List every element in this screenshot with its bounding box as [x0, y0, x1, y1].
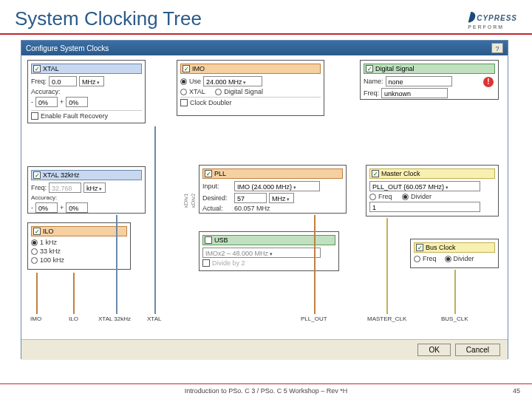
ilo-100k-label: 100 kHz: [40, 256, 64, 264]
xtal-title: XTAL: [43, 65, 59, 72]
xtal-enable-checkbox[interactable]: [33, 65, 41, 72]
master-div-radio[interactable]: [402, 194, 409, 200]
line: [36, 273, 38, 314]
dsi-name-input[interactable]: none: [386, 76, 452, 86]
ilo-33k-radio[interactable]: [31, 248, 38, 255]
footer: Introduction to PSo. C 3 / PSo. C 5 Work…: [0, 383, 532, 395]
help-button[interactable]: ?: [491, 43, 503, 53]
page-number: 45: [502, 387, 532, 395]
imo-dsi-label: Digital Signal: [224, 88, 263, 95]
line: [116, 215, 117, 314]
ilo-enable-checkbox[interactable]: [33, 228, 41, 235]
xtal32-title: XTAL 32kHz: [43, 171, 80, 179]
dsi-name-label: Name:: [364, 78, 383, 85]
panel-bus: Bus Clock Freq Divider: [410, 239, 499, 268]
bus-div-radio[interactable]: [445, 256, 451, 262]
xtal-freq-label: Freq:: [31, 78, 47, 85]
line: [73, 273, 75, 314]
usb-source-select[interactable]: IMOx2 – 48.000 MHz: [202, 248, 321, 258]
bus-title: Bus Clock: [426, 244, 456, 251]
pll-actual-label: Actual:: [202, 205, 232, 212]
out-x32: XTAL 32kHz: [98, 316, 131, 322]
bus-div-label: Divider: [454, 255, 474, 262]
panel-usb: USB IMOx2 – 48.000 MHz Divide by 2: [199, 231, 339, 271]
imo-use-radio[interactable]: [180, 78, 187, 85]
bus-freq-label: Freq: [423, 255, 437, 262]
window-title: Configure System Clocks: [26, 44, 109, 52]
ilo-1k-radio[interactable]: [31, 239, 38, 246]
bus-enable-checkbox[interactable]: [416, 244, 423, 251]
panel-xtal32: XTAL 32kHz Freq:32.768kHz Accuracy: -0%+…: [27, 166, 146, 214]
line: [454, 270, 456, 314]
pll-desired-label: Desired:: [202, 194, 232, 202]
xtal-acc-minus[interactable]: 0%: [35, 97, 58, 107]
xtal-acc-plus[interactable]: 0%: [66, 97, 88, 107]
bus-freq-radio[interactable]: [414, 256, 420, 262]
master-enable-checkbox[interactable]: [372, 170, 379, 177]
master-title: Master Clock: [381, 170, 420, 177]
master-freq-label: Freq: [378, 193, 392, 200]
imo-use-label: Use: [189, 78, 201, 85]
page-title: System Clocking Tree: [15, 7, 202, 30]
out-master: MASTER_CLK: [367, 316, 406, 322]
titlebar: Configure System Clocks ?: [21, 41, 508, 55]
footer-text: Introduction to PSo. C 3 / PSo. C 5 Work…: [30, 387, 502, 395]
panel-ilo: ILO 1 kHz 33 kHz 100 kHz: [27, 222, 131, 270]
usb-enable-checkbox[interactable]: [205, 236, 212, 244]
imo-freq-select[interactable]: 24.000 MHz: [203, 76, 262, 86]
pll-title: PLL: [214, 170, 226, 177]
dsi-enable-checkbox[interactable]: [366, 65, 373, 72]
xtal32-freq-unit[interactable]: kHz: [83, 183, 106, 193]
alert-icon: !: [483, 77, 494, 87]
usb-div2-label: Divide by 2: [212, 259, 245, 267]
panel-dsi: ! Digital Signal Name:none Freq:unknown: [360, 60, 499, 100]
pll-desired-unit[interactable]: MHz: [269, 193, 294, 203]
ilo-100k-radio[interactable]: [31, 257, 38, 264]
pll-input-label: Input:: [202, 183, 232, 190]
master-div-label: Divider: [411, 193, 432, 200]
canvas: XTAL Freq:0.0MHz Accuracy: -0%+0% Enable…: [21, 55, 508, 339]
imo-xtal-radio[interactable]: [180, 89, 187, 95]
xtal32-freq-input[interactable]: 32.768: [49, 183, 81, 193]
panel-xtal: XTAL Freq:0.0MHz Accuracy: -0%+0% Enable…: [27, 60, 146, 123]
fault-recovery-checkbox[interactable]: [31, 112, 38, 120]
panel-pll: PLL Input:IMO (24.000 MHz) Desired:57MHz…: [199, 165, 347, 214]
cancel-button[interactable]: Cancel: [455, 344, 500, 356]
xtal-freq-unit[interactable]: MHz: [79, 76, 104, 86]
pll-input-select[interactable]: IMO (24.000 MHz): [234, 181, 320, 191]
pll-desired-input[interactable]: 57: [234, 193, 267, 203]
dialog-window: Configure System Clocks ? XTAL Freq:0.0M…: [21, 40, 508, 359]
line: [314, 215, 316, 314]
ilo-title: ILO: [43, 228, 54, 235]
button-bar: OK Cancel: [21, 339, 508, 360]
pll-enable-checkbox[interactable]: [205, 170, 212, 177]
line: [154, 126, 156, 314]
imo-title: IMO: [192, 65, 205, 72]
ilo-1k-label: 1 kHz: [40, 239, 57, 246]
xtal32-acc-plus-input[interactable]: 0%: [66, 202, 88, 213]
fault-recovery-label: Enable Fault Recovery: [41, 112, 108, 120]
out-ilo: ILO: [69, 316, 78, 322]
panel-master: Master Clock PLL_OUT (60.057 MHz) Freq D…: [366, 165, 499, 216]
xtal32-enable-checkbox[interactable]: [33, 171, 41, 179]
xtal-freq-input[interactable]: 0.0: [49, 76, 77, 86]
imo-dsi-radio[interactable]: [215, 89, 222, 95]
line: [386, 218, 388, 314]
imo-enable-checkbox[interactable]: [183, 65, 190, 72]
out-xtal: XTAL: [147, 316, 161, 322]
clock-doubler-checkbox[interactable]: [180, 99, 188, 106]
dsi-freq-input[interactable]: unknown: [381, 88, 448, 98]
master-freq-radio[interactable]: [369, 194, 376, 200]
xdiv1-label: xDiv1: [183, 193, 189, 208]
master-div-input[interactable]: 1: [369, 202, 480, 212]
xtal32-acc-minus-input[interactable]: 0%: [35, 202, 58, 213]
logo: CYPRESSPERFORM: [468, 8, 517, 30]
xdiv2-label: xDiv2: [190, 193, 197, 208]
ilo-33k-label: 33 kHz: [40, 248, 61, 255]
master-source-select[interactable]: PLL_OUT (60.057 MHz): [369, 181, 480, 191]
ok-button[interactable]: OK: [417, 344, 450, 356]
dsi-freq-label: Freq:: [364, 89, 379, 97]
out-imo: IMO: [30, 316, 41, 322]
usb-div2-checkbox[interactable]: [202, 259, 210, 267]
xtal32-freq-label: Freq:: [31, 184, 47, 191]
